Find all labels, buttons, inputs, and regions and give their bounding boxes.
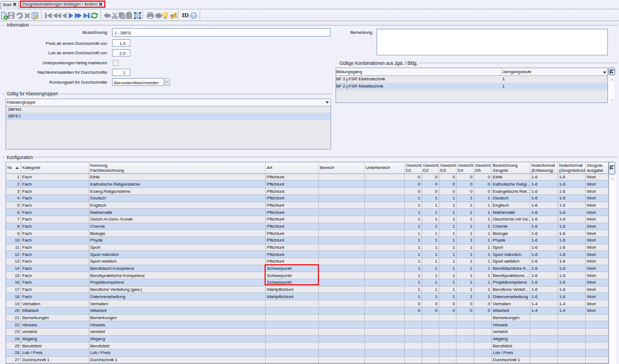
svg-text:?: ? [192, 13, 195, 18]
